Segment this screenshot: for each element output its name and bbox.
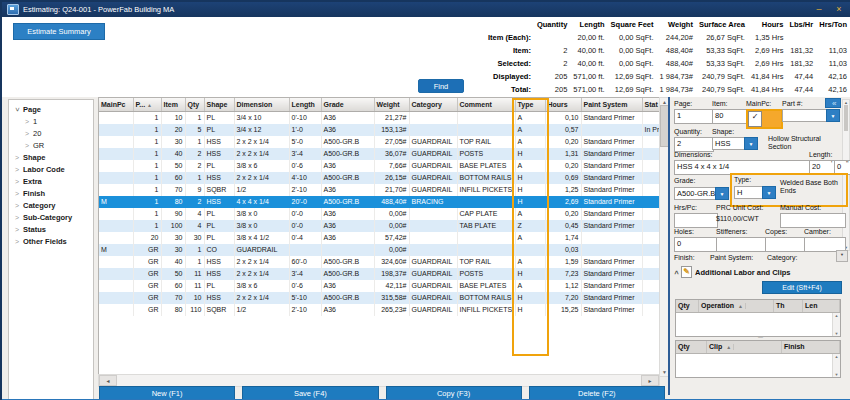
close-icon[interactable]: × <box>831 5 847 14</box>
cell-weight[interactable]: 198,37# <box>374 268 409 280</box>
cell-weight[interactable]: 488,40# <box>374 196 409 208</box>
copy-button[interactable]: Copy (F3) <box>386 386 522 400</box>
cell-dimension[interactable]: 1/2 <box>234 184 289 196</box>
table-row[interactable]: GR7010HSS2 x 2 x 1/45'-10A500-GR.B315,58… <box>99 292 659 304</box>
cell-shape[interactable]: PL <box>204 280 234 292</box>
cell-type[interactable]: A <box>515 124 545 136</box>
cell-mainpc[interactable] <box>99 304 133 316</box>
grid-col-header-qty[interactable]: Qty <box>185 98 204 112</box>
cell-paint[interactable]: Standard Primer <box>581 268 642 280</box>
cell-category[interactable] <box>409 220 457 232</box>
cell-shape[interactable]: HSS <box>204 148 234 160</box>
cell-category[interactable]: BRACING <box>409 196 457 208</box>
cell-category[interactable]: GUARDRAIL <box>409 136 457 148</box>
cell-mainpc[interactable] <box>99 208 133 220</box>
item-field[interactable]: 80 <box>712 109 748 124</box>
cell-page[interactable]: GR <box>133 268 161 280</box>
cell-qty[interactable]: 1 <box>185 244 204 256</box>
cell-shape[interactable]: PL <box>204 112 234 125</box>
cell-paint[interactable]: Standard Primer <box>581 292 642 304</box>
cell-grade[interactable] <box>321 244 374 256</box>
cell-qty[interactable]: 110 <box>185 304 204 316</box>
table-row[interactable]: GR5011HSS2 x 2 x 1/43'-4A500-GR.B198,37#… <box>99 268 659 280</box>
chevron-right-icon[interactable]: > <box>14 226 20 233</box>
cell-mainpc[interactable] <box>99 280 133 292</box>
cell-mainpc[interactable] <box>99 184 133 196</box>
cell-stat[interactable] <box>642 112 659 125</box>
cell-dimension[interactable]: 3/8 x 0 <box>234 208 289 220</box>
cell-comment[interactable] <box>457 124 515 136</box>
cell-hours[interactable]: 0,57 <box>545 124 581 136</box>
cell-hours[interactable]: 0,20 <box>545 208 581 220</box>
cell-qty[interactable]: 2 <box>185 196 204 208</box>
mini-col-header-th[interactable]: Th <box>774 300 803 312</box>
copes-field[interactable] <box>765 237 806 252</box>
cell-item[interactable]: 70 <box>161 184 185 196</box>
cell-page[interactable]: GR <box>133 244 161 256</box>
chevron-down-icon[interactable]: > <box>14 106 21 112</box>
cell-mainpc[interactable] <box>99 148 133 160</box>
cell-page[interactable]: 1 <box>133 220 161 232</box>
cell-mainpc[interactable]: M <box>99 196 133 208</box>
find-button[interactable]: Find <box>418 79 464 93</box>
cell-paint[interactable]: Standard Primer <box>581 172 642 184</box>
cell-qty[interactable]: 1 <box>185 172 204 184</box>
cell-comment[interactable] <box>457 196 515 208</box>
cell-weight[interactable]: 0,00# <box>374 208 409 220</box>
grid-col-header-comment[interactable]: Comment <box>457 98 515 112</box>
cell-item[interactable]: 30 <box>161 136 185 148</box>
grid-col-header-item[interactable]: Item <box>161 98 185 112</box>
cell-comment[interactable] <box>457 112 515 125</box>
grid-col-header-category[interactable]: Category <box>409 98 457 112</box>
scroll-left-icon[interactable]: ◄ <box>99 375 117 386</box>
cell-category[interactable] <box>409 112 457 125</box>
cell-length[interactable]: 0'-0 <box>289 208 321 220</box>
cell-category[interactable]: GUARDRAIL <box>409 256 457 268</box>
cell-weight[interactable]: 26,15# <box>374 172 409 184</box>
cell-type[interactable]: H <box>515 184 545 196</box>
cell-qty[interactable]: 30 <box>185 232 204 244</box>
cell-dimension[interactable]: GUARDRAIL <box>234 244 289 256</box>
cell-length[interactable]: 1'-0 <box>289 124 321 136</box>
cell-length[interactable]: 3'-4 <box>289 148 321 160</box>
cell-comment[interactable]: TOP RAIL <box>457 136 515 148</box>
cell-shape[interactable]: CO <box>204 244 234 256</box>
cell-item[interactable]: 60 <box>161 280 185 292</box>
cell-type[interactable]: H <box>515 292 545 304</box>
cell-hours[interactable]: 1,31 <box>545 148 581 160</box>
cell-qty[interactable]: 1 <box>185 136 204 148</box>
cell-shape[interactable]: HSS <box>204 196 234 208</box>
cell-paint[interactable] <box>581 244 642 256</box>
cell-stat[interactable] <box>642 292 659 304</box>
cell-page[interactable]: GR <box>133 292 161 304</box>
chevron-right-icon[interactable]: > <box>14 214 20 221</box>
cell-length[interactable]: 0'-6 <box>289 280 321 292</box>
cell-hours[interactable]: 15,25 <box>545 304 581 316</box>
cell-mainpc[interactable] <box>99 112 133 125</box>
cell-hours[interactable]: 1,12 <box>545 280 581 292</box>
cell-paint[interactable]: Standard Primer <box>581 220 642 232</box>
cell-dimension[interactable]: 2 x 2 x 1/4 <box>234 268 289 280</box>
cell-grade[interactable]: A36 <box>321 184 374 196</box>
cell-category[interactable] <box>409 208 457 220</box>
cell-hours[interactable]: 1,59 <box>545 256 581 268</box>
part-dropdown[interactable]: ▼ <box>782 109 840 122</box>
tree-item-other-fields[interactable]: >Other Fields <box>9 235 93 247</box>
cell-paint[interactable] <box>581 124 642 136</box>
cell-mainpc[interactable] <box>99 232 133 244</box>
cell-mainpc[interactable]: M <box>99 244 133 256</box>
cell-type[interactable]: A <box>515 232 545 244</box>
cell-mainpc[interactable] <box>99 256 133 268</box>
cell-mainpc[interactable] <box>99 292 133 304</box>
cell-comment[interactable] <box>457 244 515 256</box>
dropdown-arrow-icon[interactable]: ▼ <box>744 137 758 150</box>
cell-length[interactable]: 2'-10 <box>289 184 321 196</box>
cell-type[interactable]: H <box>515 196 545 208</box>
cell-category[interactable]: GUARDRAIL <box>409 292 457 304</box>
cell-hours[interactable]: 0,45 <box>545 220 581 232</box>
cell-paint[interactable]: Standard Primer <box>581 136 642 148</box>
cell-item[interactable]: 20 <box>161 124 185 136</box>
cell-stat[interactable] <box>642 196 659 208</box>
cell-weight[interactable]: 27,05# <box>374 136 409 148</box>
grid-col-header-length[interactable]: Length <box>289 98 321 112</box>
